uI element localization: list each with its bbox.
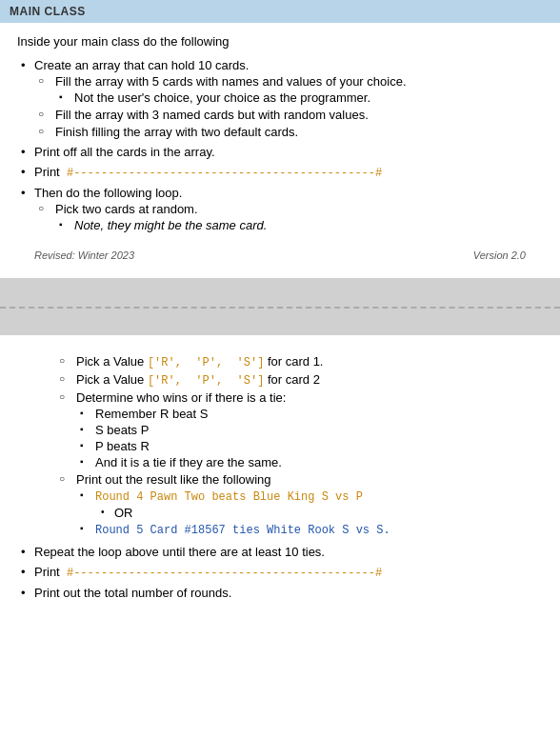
sub-list: Fill the array with 5 cards with names a… — [34, 74, 543, 139]
result-code-orange: Round 4 Pawn Two beats Blue King S vs P — [95, 490, 363, 504]
sub-item-text: Pick two cards at random. — [55, 202, 198, 216]
bottom-main-list: Repeat the loop above until there are at… — [17, 545, 543, 600]
sub-item-text: Pick a Value ['R', 'P', 'S'] for card 1. — [76, 354, 323, 369]
sub-list-item: Print out the result like the following … — [55, 472, 543, 537]
sub-sub-list: Remember R beat S S beats P P beats R An… — [76, 407, 543, 469]
footer-right: Version 2.0 — [473, 249, 526, 261]
code-value: ['R', 'P', 'S'] — [148, 374, 264, 388]
list-item-print-hash: Print #---------------------------------… — [17, 565, 543, 580]
result-item-orange: Round 4 Pawn Two beats Blue King S vs P … — [76, 489, 543, 520]
hash-line: #---------------------------------------… — [67, 167, 382, 180]
or-item: OR — [95, 506, 543, 520]
sub-sub-item: Note, they might be the same card. — [55, 218, 543, 232]
sub-sub-item: Remember R beat S — [76, 407, 543, 421]
sub-item-text: Determine who wins or if there is a tie: — [76, 390, 286, 405]
sub-item-text: Fill the array with 5 cards with names a… — [55, 74, 407, 89]
sub-sub-item: Not the user's choice, your choice as th… — [55, 90, 543, 105]
list-item: Create an array that can hold 10 cards. … — [17, 58, 543, 139]
item-text: Print off all the cards in the array. — [34, 145, 215, 159]
footer-bar: Revised: Winter 2023 Version 2.0 — [17, 242, 543, 269]
sub-sub-list: Not the user's choice, your choice as th… — [55, 90, 543, 105]
main-class-header: MAIN CLASS — [0, 0, 560, 23]
top-section: Inside your main class do the following … — [0, 23, 560, 278]
hash-line-bottom: #---------------------------------------… — [67, 567, 382, 580]
sub-list-item: Pick two cards at random. Note, they mig… — [34, 202, 543, 232]
result-list: Round 4 Pawn Two beats Blue King S vs P … — [76, 489, 543, 537]
sub-list-item: Finish filling the array with two defaul… — [34, 125, 543, 139]
result-code-blue: Round 5 Card #18567 ties White Rook S vs… — [95, 524, 390, 537]
sub-sub-item: P beats R — [76, 439, 543, 453]
print-label: Print #---------------------------------… — [34, 165, 382, 179]
item-text: Repeat the loop above until there are at… — [34, 545, 325, 559]
list-item: Print off all the cards in the array. — [17, 145, 543, 159]
footer-left: Revised: Winter 2023 — [34, 249, 134, 261]
main-list: Create an array that can hold 10 cards. … — [17, 58, 543, 232]
list-item: Print out the total number of rounds. — [17, 586, 543, 600]
sub-list-item: Pick a Value ['R', 'P', 'S'] for card 2 — [55, 372, 543, 388]
list-item: Repeat the loop above until there are at… — [17, 545, 543, 559]
sub-sub-list: Note, they might be the same card. — [55, 218, 543, 232]
sub-sub-item: And it is a tie if they are the same. — [76, 455, 543, 469]
bottom-sub-list: Pick a Value ['R', 'P', 'S'] for card 1.… — [55, 354, 543, 537]
sub-list-item: Determine who wins or if there is a tie:… — [55, 390, 543, 469]
sub-list-item: Pick a Value ['R', 'P', 'S'] for card 1. — [55, 354, 543, 369]
sub-item-text: Pick a Value ['R', 'P', 'S'] for card 2 — [76, 372, 320, 387]
result-item-blue: Round 5 Card #18567 ties White Rook S vs… — [76, 522, 543, 537]
sub-list-item: Fill the array with 5 cards with names a… — [34, 74, 543, 105]
list-item-print-hash: Print #---------------------------------… — [17, 165, 543, 180]
code-value: ['R', 'P', 'S'] — [148, 356, 264, 369]
list-item: Then do the following loop. Pick two car… — [17, 186, 543, 232]
sub-sub-item: S beats P — [76, 423, 543, 437]
item-text: Create an array that can hold 10 cards. — [34, 58, 249, 72]
bottom-section: Pick a Value ['R', 'P', 'S'] for card 1.… — [0, 335, 560, 617]
print-label: Print #---------------------------------… — [34, 565, 382, 579]
sub-item-text: Print out the result like the following — [76, 472, 271, 487]
item-text: Print out the total number of rounds. — [34, 586, 231, 600]
dashed-line — [0, 307, 560, 309]
sub-list-item: Fill the array with 3 named cards but wi… — [34, 108, 543, 122]
sub-list: Pick two cards at random. Note, they mig… — [34, 202, 543, 232]
separator-area — [0, 278, 560, 335]
or-list: OR — [95, 506, 543, 520]
item-text: Then do the following loop. — [34, 186, 182, 200]
intro-text: Inside your main class do the following — [17, 34, 543, 49]
